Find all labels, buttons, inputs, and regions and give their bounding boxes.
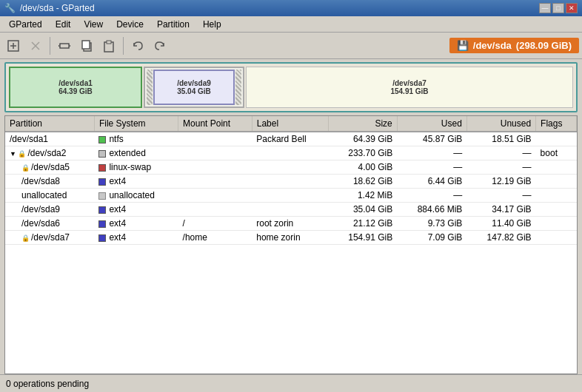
cell-partition: /dev/sda9 — [5, 203, 94, 217]
cell-used: — — [397, 160, 466, 175]
cell-filesystem: ext4 — [94, 175, 178, 189]
disk-part-sda7[interactable]: /dev/sda7 154.91 GiB — [246, 67, 573, 108]
cell-filesystem: unallocated — [94, 189, 178, 203]
cell-size: 18.62 GiB — [328, 175, 397, 189]
svg-rect-13 — [107, 41, 111, 44]
cell-used: 9.73 GiB — [397, 217, 466, 231]
cell-unused: — — [466, 160, 535, 175]
lock-icon: 🔒 — [21, 164, 30, 172]
table-row[interactable]: /dev/sda8ext418.62 GiB6.44 GiB12.19 GiB — [5, 175, 577, 189]
table-row[interactable]: ▼ 🔒/dev/sda2extended233.70 GiB——boot — [5, 146, 577, 160]
cell-mount — [178, 189, 252, 203]
cell-mount: /home — [178, 231, 252, 245]
device-icon: 💾 — [457, 40, 469, 51]
cell-label — [252, 146, 328, 160]
lock-icon: 🔒 — [18, 150, 26, 158]
table-row[interactable]: /dev/sda9ext435.04 GiB884.66 MiB34.17 Gi… — [5, 203, 577, 217]
col-filesystem: File System — [94, 116, 178, 132]
cell-filesystem: ext4 — [94, 231, 178, 245]
undo-button[interactable] — [127, 36, 148, 56]
cell-partition: /dev/sda1 — [5, 132, 94, 146]
fs-color-icon — [98, 178, 106, 186]
cell-label: Packard Bell — [252, 132, 328, 146]
menu-help[interactable]: Help — [197, 18, 227, 31]
menu-gparted[interactable]: GParted — [3, 18, 48, 31]
table-row[interactable]: 🔒/dev/sda5linux-swap4.00 GiB—— — [5, 160, 577, 175]
disk-part-sda1[interactable]: /dev/sda1 64.39 GiB — [9, 67, 142, 108]
cell-unused: 11.40 GiB — [466, 217, 535, 231]
cell-filesystem: linux-swap — [94, 160, 178, 175]
table-row[interactable]: /dev/sda1ntfsPackard Bell64.39 GiB45.87 … — [5, 132, 577, 146]
table-row[interactable]: /dev/sda6ext4/root zorin21.12 GiB9.73 Gi… — [5, 217, 577, 231]
status-text: 0 operations pending — [6, 379, 89, 389]
cell-flags — [536, 160, 577, 175]
fs-color-icon — [98, 164, 106, 172]
copy-button[interactable] — [76, 36, 97, 56]
cell-label — [252, 189, 328, 203]
cell-mount: / — [178, 217, 252, 231]
cell-partition: ▼ 🔒/dev/sda2 — [5, 146, 94, 160]
cell-label — [252, 203, 328, 217]
disk-part-sda9[interactable]: /dev/sda9 35.04 GiB — [153, 70, 235, 105]
cell-label: root zorin — [252, 217, 328, 231]
col-partition: Partition — [5, 116, 94, 132]
redo-button[interactable] — [150, 36, 170, 56]
main-content: Partition File System Mount Point Label … — [4, 115, 578, 374]
disk-unalloc-left — [147, 70, 153, 105]
fs-color-icon — [98, 192, 106, 200]
cell-size: 4.00 GiB — [328, 160, 397, 175]
cell-partition: unallocated — [5, 189, 94, 203]
menu-partition[interactable]: Partition — [151, 18, 195, 31]
cell-flags: boot — [536, 146, 577, 160]
resize-button[interactable] — [54, 36, 75, 56]
toolbar-separator-2 — [123, 37, 124, 55]
cell-flags — [536, 217, 577, 231]
table-body: /dev/sda1ntfsPackard Bell64.39 GiB45.87 … — [5, 132, 577, 245]
cell-used: 6.44 GiB — [397, 175, 466, 189]
cell-unused: 18.51 GiB — [466, 132, 535, 146]
disk-visual[interactable]: /dev/sda1 64.39 GiB /dev/sda9 35.04 GiB … — [4, 62, 578, 112]
cell-size: 64.39 GiB — [328, 132, 397, 146]
fs-color-icon — [98, 136, 106, 143]
table-row[interactable]: 🔒/dev/sda7ext4/homehome zorin154.91 GiB7… — [5, 231, 577, 245]
app-icon: 🔧 — [4, 3, 16, 13]
cell-filesystem: ntfs — [94, 132, 178, 146]
cell-label — [252, 160, 328, 175]
cell-flags — [536, 189, 577, 203]
cell-flags — [536, 231, 577, 245]
cell-size: 35.04 GiB — [328, 203, 397, 217]
delete-button[interactable] — [25, 36, 46, 56]
lock-icon: 🔒 — [21, 234, 30, 242]
cell-used: 7.09 GiB — [397, 231, 466, 245]
new-button[interactable] — [3, 36, 24, 56]
device-name: /dev/sda — [473, 40, 512, 51]
paste-button[interactable] — [98, 36, 119, 56]
cell-used: — — [397, 146, 466, 160]
cell-unused: 147.82 GiB — [466, 231, 535, 245]
cell-partition: /dev/sda6 — [5, 217, 94, 231]
cell-flags — [536, 203, 577, 217]
titlebar-title: /dev/sda - GParted — [20, 3, 95, 13]
col-mountpoint: Mount Point — [178, 116, 252, 132]
cell-partition: 🔒/dev/sda5 — [5, 160, 94, 175]
titlebar-controls[interactable]: — □ ✕ — [539, 3, 578, 13]
table-row[interactable]: unallocatedunallocated1.42 MiB—— — [5, 189, 577, 203]
maximize-button[interactable]: □ — [552, 3, 564, 13]
cell-unused: 34.17 GiB — [466, 203, 535, 217]
col-used: Used — [397, 116, 466, 132]
col-label: Label — [252, 116, 328, 132]
cell-size: 154.91 GiB — [328, 231, 397, 245]
fs-color-icon — [98, 234, 106, 242]
menu-device[interactable]: Device — [110, 18, 150, 31]
col-size: Size — [328, 116, 397, 132]
menu-edit[interactable]: Edit — [50, 18, 77, 31]
disk-unalloc-right — [235, 70, 241, 105]
close-button[interactable]: ✕ — [566, 3, 578, 13]
cell-mount — [178, 203, 252, 217]
fs-color-icon — [98, 150, 106, 158]
disk-part-sda2[interactable]: /dev/sda9 35.04 GiB — [144, 67, 244, 108]
menu-view[interactable]: View — [78, 18, 109, 31]
minimize-button[interactable]: — — [539, 3, 551, 13]
col-unused: Unused — [466, 116, 535, 132]
cell-filesystem: ext4 — [94, 217, 178, 231]
